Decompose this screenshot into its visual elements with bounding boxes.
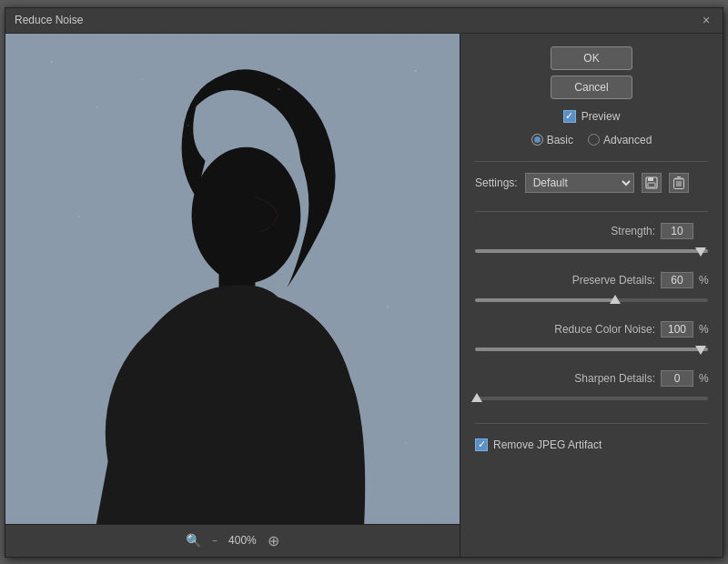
svg-rect-12 [414,69,416,71]
settings-select[interactable]: Default [525,173,634,193]
image-preview-svg [5,34,460,524]
svg-rect-18 [648,177,653,181]
strength-fill [475,249,708,253]
zoom-minus[interactable]: − [212,536,217,546]
reduce-noise-dialog: Reduce Noise × [5,7,723,558]
strength-block: Strength: [475,223,708,259]
dialog-title: Reduce Noise [15,14,83,26]
controls-panel: OK Cancel ✓ Preview Basic Advanc [460,34,723,557]
svg-rect-19 [648,183,655,187]
svg-rect-8 [142,78,143,79]
reduce-unit: % [699,323,708,336]
title-bar: Reduce Noise × [5,8,723,34]
reduce-slider[interactable] [475,341,708,358]
preserve-label-row: Preserve Details: % [475,272,708,288]
svg-rect-13 [78,215,80,217]
settings-label: Settings: [475,176,518,189]
settings-row: Settings: Default [475,173,708,193]
remove-jpeg-check-mark: ✓ [478,439,486,449]
zoom-level: 400% [228,534,257,547]
sharpen-label-row: Sharpen Details: % [475,370,708,387]
action-buttons: OK Cancel [475,46,708,99]
svg-rect-6 [51,60,53,62]
zoom-out-icon[interactable]: 🔍 [186,533,201,548]
close-button[interactable]: × [699,13,713,27]
reduce-fill [475,347,708,351]
preserve-unit: % [699,274,708,287]
reduce-track [475,347,708,351]
divider-2 [475,211,708,212]
strength-label: Strength: [611,225,655,237]
preserve-slider[interactable] [475,292,708,308]
preview-label: Preview [581,110,621,123]
sharpen-block: Sharpen Details: % [475,370,708,407]
preserve-fill [475,298,615,302]
preserve-track [475,298,708,302]
preserve-thumb[interactable] [610,295,621,304]
mode-radio-row: Basic Advanced [475,134,708,146]
preserve-label: Preserve Details: [572,274,655,287]
radio-advanced-circle [588,134,600,146]
cancel-button[interactable]: Cancel [551,76,632,99]
reduce-thumb[interactable] [695,346,706,355]
preserve-details-block: Preserve Details: % [475,272,708,308]
preserve-input[interactable] [661,272,693,288]
radio-advanced-label: Advanced [603,134,652,146]
sharpen-unit: % [699,372,708,385]
preview-checkbox[interactable]: ✓ [563,110,576,123]
radio-basic[interactable]: Basic [531,134,573,146]
reduce-label-row: Reduce Color Noise: % [475,321,708,337]
svg-rect-14 [387,306,389,307]
divider-1 [475,161,708,162]
settings-delete-btn[interactable] [669,173,689,193]
radio-basic-circle [531,134,543,146]
strength-slider[interactable] [475,243,708,259]
strength-input[interactable] [661,223,693,239]
svg-rect-9 [187,124,189,126]
sharpen-input[interactable] [661,370,693,387]
preview-row: ✓ Preview [475,110,708,123]
radio-basic-label: Basic [547,134,573,146]
divider-3 [475,423,708,424]
svg-rect-7 [96,106,98,107]
svg-rect-10 [278,87,279,89]
strength-label-row: Strength: [475,223,708,239]
strength-track [475,249,708,253]
zoom-in-icon[interactable]: ⊕ [268,532,279,549]
settings-save-btn[interactable] [642,173,662,193]
svg-rect-11 [369,115,369,116]
reduce-label: Reduce Color Noise: [554,323,655,336]
preview-check-mark: ✓ [565,111,573,121]
remove-jpeg-checkbox[interactable]: ✓ [475,438,488,451]
radio-advanced[interactable]: Advanced [588,134,652,146]
reduce-input[interactable] [661,321,693,337]
strength-thumb[interactable] [695,247,706,257]
svg-point-3 [192,146,301,283]
svg-rect-16 [405,442,407,444]
sharpen-thumb[interactable] [471,393,482,402]
zoom-bar: 🔍 − 400% ⊕ [5,524,460,557]
sharpen-slider[interactable] [475,390,708,407]
image-canvas-area[interactable] [5,34,460,524]
remove-jpeg-row: ✓ Remove JPEG Artifact [475,438,708,451]
preview-panel: 🔍 − 400% ⊕ [5,34,460,557]
sharpen-track [475,397,708,400]
remove-jpeg-label: Remove JPEG Artifact [493,438,602,451]
reduce-color-block: Reduce Color Noise: % [475,321,708,358]
svg-rect-15 [60,397,61,398]
ok-button[interactable]: OK [551,46,632,70]
sharpen-label: Sharpen Details: [574,372,655,385]
dialog-body: 🔍 − 400% ⊕ OK Cancel ✓ Preview [5,34,723,557]
